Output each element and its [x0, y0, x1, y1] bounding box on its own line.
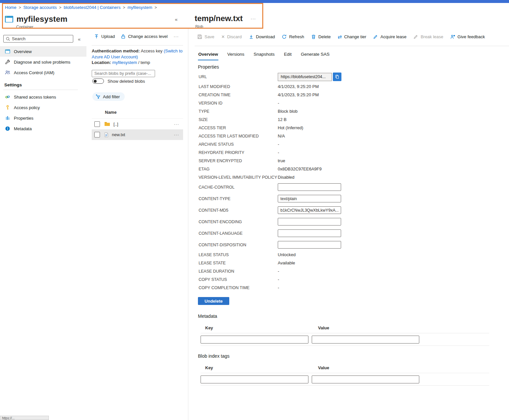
- properties-heading: Properties: [198, 64, 219, 70]
- property-value: Unlocked: [278, 252, 296, 257]
- save-button[interactable]: Save: [197, 34, 214, 39]
- change-access-level-button[interactable]: Change access level: [121, 34, 168, 39]
- container-toolbar-more-button[interactable]: ···: [174, 34, 179, 39]
- breadcrumb-separator: >: [152, 5, 159, 10]
- break-lease-button[interactable]: Break lease: [413, 34, 443, 39]
- blob-title-menu-button[interactable]: ···: [251, 16, 256, 21]
- url-input[interactable]: [278, 73, 332, 81]
- blob-prefix-search-input[interactable]: [92, 70, 155, 77]
- property-row: VERSION ID-: [199, 99, 436, 107]
- metadata-header-divider: [201, 333, 489, 333]
- property-label: CONTENT-MD5: [199, 208, 278, 213]
- delete-button[interactable]: Delete: [311, 34, 331, 39]
- sidebar-item-access-control-iam[interactable]: Access Control (IAM): [0, 67, 86, 78]
- blob-index-tags-key-input[interactable]: [201, 375, 308, 383]
- sidebar-item-label: Overview: [14, 49, 32, 54]
- list-item-new-txt[interactable]: new.txt ···: [92, 129, 183, 140]
- container-toolbar: Upload Change access level ···: [94, 34, 179, 39]
- discard-button[interactable]: ✕ Discard: [221, 34, 242, 39]
- breadcrumb: Home>Storage accounts>blobfusetest2044 |…: [5, 5, 159, 10]
- download-icon: [249, 34, 254, 39]
- content-disposition-input[interactable]: [278, 241, 341, 249]
- property-row: TYPEBlock blob: [199, 107, 436, 115]
- refresh-icon: [282, 34, 287, 39]
- metadata-value-input[interactable]: [312, 336, 419, 344]
- property-label: COPY STATUS: [199, 277, 278, 282]
- sidebar-item-overview[interactable]: Overview: [0, 46, 86, 57]
- property-row: LEASE STATEAvailable: [199, 259, 436, 267]
- show-deleted-blobs-row: Show deleted blobs: [92, 78, 145, 84]
- property-label: LEASE DURATION: [199, 269, 278, 274]
- row-checkbox[interactable]: [94, 121, 100, 127]
- property-row: CONTENT-MD5: [199, 204, 436, 216]
- sidebar-item-label: Shared access tokens: [14, 95, 56, 100]
- tab-overview[interactable]: Overview: [198, 50, 218, 60]
- list-item-parent-folder[interactable]: [..] ···: [92, 118, 183, 129]
- tab-generate-sas[interactable]: Generate SAS: [301, 50, 330, 60]
- property-value: -: [278, 269, 279, 274]
- link-preview-tooltip: https://...: [0, 416, 49, 420]
- content-md5-input[interactable]: [278, 206, 341, 214]
- add-filter-button[interactable]: Add filter: [92, 92, 125, 101]
- sidebar-item-properties[interactable]: Properties: [0, 113, 86, 123]
- property-row: CACHE-CONTROL: [199, 181, 436, 193]
- metadata-key-input[interactable]: [201, 336, 308, 344]
- location-path: / temp: [138, 60, 150, 65]
- property-row: ACCESS TIER LAST MODIFIEDN/A: [199, 132, 436, 140]
- sidebar-item-access-policy[interactable]: Access policy: [0, 102, 86, 113]
- acquire-lease-button[interactable]: Acquire lease: [373, 34, 406, 39]
- download-button[interactable]: Download: [249, 34, 275, 39]
- property-row: REHYDRATE PRIORITY-: [199, 148, 436, 157]
- breadcrumb-myfilesystem[interactable]: myfilesystem: [127, 5, 152, 10]
- change-tier-button[interactable]: ⇄ Change tier: [338, 34, 366, 39]
- give-feedback-button[interactable]: Give feedback: [450, 34, 485, 39]
- undelete-button[interactable]: Undelete: [198, 297, 229, 305]
- cache-control-input[interactable]: [278, 183, 341, 191]
- content-type-input[interactable]: [278, 195, 341, 202]
- property-row: SIZE12 B: [199, 115, 436, 124]
- sidebar-nav: Overview Diagnose and solve problems Acc…: [0, 46, 86, 134]
- tab-versions[interactable]: Versions: [227, 50, 245, 60]
- property-label: SIZE: [199, 117, 278, 122]
- property-value: Disabled: [278, 175, 295, 180]
- content-language-input[interactable]: [278, 229, 341, 237]
- property-row: LAST MODIFIED4/1/2023, 9:25:20 PM: [199, 82, 436, 91]
- refresh-button[interactable]: Refresh: [282, 34, 304, 39]
- upload-button[interactable]: Upload: [94, 34, 115, 39]
- property-value: 12 B: [278, 117, 287, 122]
- sidebar-item-shared-access-tokens[interactable]: Shared access tokens: [0, 92, 86, 102]
- blob-tabs: Overview Versions Snapshots Edit Generat…: [198, 50, 330, 60]
- sidebar-item-metadata[interactable]: Metadata: [0, 123, 86, 134]
- content-encoding-input[interactable]: [278, 218, 341, 225]
- discard-x-icon: ✕: [221, 34, 225, 39]
- key-icon: [5, 105, 10, 110]
- property-label: VERSION-LEVEL IMMUTABILITY POLICY: [199, 175, 278, 180]
- tab-snapshots[interactable]: Snapshots: [253, 50, 275, 60]
- sidebar-collapse-chevron[interactable]: «: [78, 36, 80, 42]
- breadcrumb-storage-accounts[interactable]: Storage accounts: [23, 5, 57, 10]
- sidebar-search-input[interactable]: [12, 36, 71, 41]
- show-deleted-blobs-toggle[interactable]: [92, 78, 104, 84]
- property-label: CONTENT-TYPE: [199, 196, 278, 201]
- file-icon: [104, 132, 109, 137]
- copy-url-button[interactable]: [333, 73, 341, 81]
- tab-edit[interactable]: Edit: [284, 50, 292, 60]
- property-label: ARCHIVE STATUS: [199, 142, 278, 147]
- property-label: ACCESS TIER LAST MODIFIED: [199, 134, 278, 138]
- breadcrumb-containers[interactable]: blobfusetest2044 | Containers: [64, 5, 121, 10]
- break-lease-label: Break lease: [421, 34, 443, 39]
- property-label: VERSION ID: [199, 101, 278, 105]
- blob-index-tags-value-input[interactable]: [312, 375, 419, 383]
- lock-icon: [121, 34, 126, 39]
- location-container-link[interactable]: myfilesystem: [112, 60, 137, 65]
- blob-subtitle: Blob: [195, 24, 203, 29]
- sidebar-item-diagnose[interactable]: Diagnose and solve problems: [0, 57, 86, 67]
- upload-label: Upload: [101, 34, 115, 39]
- row-menu-button[interactable]: ···: [174, 132, 179, 137]
- row-menu-button[interactable]: ···: [174, 122, 179, 127]
- row-checkbox[interactable]: [94, 132, 100, 137]
- breadcrumb-home[interactable]: Home: [5, 5, 16, 10]
- collapse-pane-chevron[interactable]: «: [175, 16, 177, 22]
- property-row: ACCESS TIERHot (Inferred): [199, 124, 436, 132]
- property-label: CREATION TIME: [199, 93, 278, 97]
